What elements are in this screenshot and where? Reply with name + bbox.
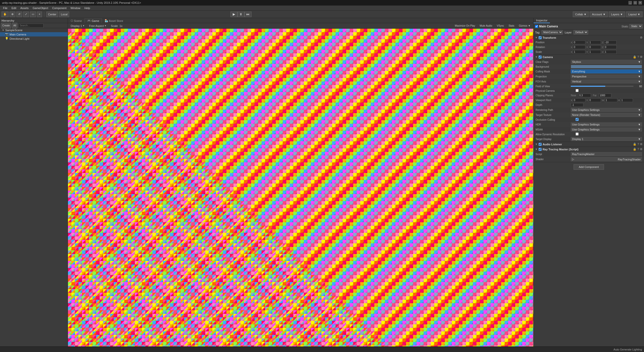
- toolbar-hand-tool[interactable]: ✋: [2, 12, 9, 17]
- static-dropdown[interactable]: Static: [629, 24, 642, 28]
- transform-settings-icon[interactable]: ⚙: [640, 36, 642, 39]
- shader-object[interactable]: ▷ RayTracingShader: [571, 157, 642, 161]
- targetdisplay-dropdown[interactable]: Display 1 ▼: [571, 137, 642, 141]
- close-button[interactable]: ×: [638, 1, 642, 5]
- tab-scene[interactable]: ⬡ Scene: [68, 18, 85, 23]
- hierarchy-item-maincamera[interactable]: 📷 Main Camera: [0, 32, 68, 36]
- renderpath-dropdown[interactable]: Use Graphics Settings ▼: [571, 108, 642, 112]
- targettexture-dropdown[interactable]: None (Render Texture) ▼: [571, 113, 642, 117]
- hierarchy-item-directionallight[interactable]: 💡 Directional Light: [0, 36, 68, 41]
- audio-settings-icon[interactable]: ⚙: [640, 143, 642, 146]
- hdr-dropdown[interactable]: Use Graphics Settings ▼: [571, 122, 642, 126]
- menu-component[interactable]: Component: [50, 6, 68, 10]
- raytracing-enable[interactable]: [539, 148, 542, 151]
- clearflags-dropdown[interactable]: Skybox ▼: [571, 60, 642, 64]
- display-selector[interactable]: Display 1 ▼: [69, 24, 86, 28]
- menu-window[interactable]: Window: [68, 6, 82, 10]
- far-input[interactable]: [599, 94, 611, 97]
- layout-button[interactable]: Layout ▼: [626, 12, 642, 17]
- titlebar-controls[interactable]: _ □ ×: [628, 1, 642, 5]
- depth-input[interactable]: [571, 103, 583, 107]
- raytracing-settings-icon[interactable]: ⚙: [640, 148, 642, 151]
- tab-game[interactable]: 🎮 Game: [85, 18, 102, 23]
- scene-icon: ⬡: [71, 19, 73, 22]
- script-object[interactable]: RayTracingMaster: [571, 152, 642, 156]
- position-z-input[interactable]: [604, 40, 617, 44]
- physical-checkbox[interactable]: [571, 89, 583, 92]
- rotation-x-input[interactable]: [573, 45, 585, 49]
- maximize-button[interactable]: □: [633, 1, 637, 5]
- tab-inspector[interactable]: Inspector: [534, 18, 550, 23]
- component-camera-header[interactable]: ▼ Camera 🔒 ? ⚙: [534, 55, 644, 59]
- toolbar-rect-tool[interactable]: ▭: [30, 12, 36, 17]
- gizmos-btn[interactable]: Gizmos ▼: [517, 24, 532, 28]
- layers-button[interactable]: Layers ▼: [609, 12, 625, 17]
- object-enable-checkbox[interactable]: [535, 25, 538, 28]
- component-raytracing-header[interactable]: ▼ Ray Tracing Master (Script) 🔒 ? ⚙: [534, 147, 644, 152]
- scale-control[interactable]: Scale 1x: [109, 24, 124, 28]
- aspect-selector[interactable]: Free Aspect ▼: [87, 24, 108, 28]
- toolbar-scale-tool[interactable]: ⤢: [23, 12, 29, 17]
- fov-slider[interactable]: [571, 86, 633, 87]
- background-color-swatch[interactable]: [571, 65, 642, 68]
- vsync-btn[interactable]: VSync: [495, 24, 506, 28]
- audio-enable[interactable]: [539, 143, 542, 146]
- play-button[interactable]: ▶: [230, 12, 237, 17]
- rotation-z-input[interactable]: [604, 45, 617, 49]
- account-button[interactable]: Account ▼: [590, 12, 608, 17]
- toolbar-rotate-tool[interactable]: ↺: [16, 12, 22, 17]
- toolbar-pivot-center[interactable]: Center: [46, 12, 58, 17]
- component-transform-header[interactable]: ▼ Transform ⚙: [534, 35, 644, 40]
- scale-y-input[interactable]: [588, 50, 601, 54]
- vp-w-input[interactable]: [605, 98, 617, 102]
- hierarchy-all-btn[interactable]: All: [12, 23, 17, 28]
- stats-btn[interactable]: Stats: [507, 24, 516, 28]
- toolbar-move-tool[interactable]: ⊕: [10, 12, 15, 17]
- minimize-button[interactable]: _: [628, 1, 632, 5]
- cullingmask-dropdown[interactable]: Everything ▼: [571, 69, 642, 73]
- menu-assets[interactable]: Assets: [18, 6, 31, 10]
- collab-button[interactable]: Collab ▼: [573, 12, 589, 17]
- add-component-button[interactable]: Add Component: [574, 164, 604, 170]
- camera-lock-icon[interactable]: 🔒: [633, 55, 636, 59]
- tag-selector[interactable]: MainCamera: [542, 30, 563, 34]
- menu-help[interactable]: Help: [82, 6, 92, 10]
- hierarchy-item-samplescene[interactable]: ▼ SampleScene: [0, 28, 68, 32]
- camera-help-icon[interactable]: ?: [637, 55, 639, 59]
- dynamicres-checkbox[interactable]: [571, 133, 583, 136]
- maximize-on-play-btn[interactable]: Maximize On Play: [453, 24, 477, 28]
- component-audiolistener-header[interactable]: ▼ Audio Listener 🔒 ? ⚙: [534, 142, 644, 147]
- vp-x-input[interactable]: [573, 98, 585, 102]
- audio-help-icon[interactable]: ?: [637, 143, 639, 146]
- tab-asset-store[interactable]: 🏪 Asset Store: [102, 18, 126, 23]
- occlusionculling-checkbox[interactable]: [571, 118, 583, 121]
- toolbar-transform-tool[interactable]: ⌖: [37, 12, 42, 17]
- scale-x-input[interactable]: [573, 50, 585, 54]
- hierarchy-search[interactable]: [18, 24, 44, 28]
- mute-audio-btn[interactable]: Mute Audio: [478, 24, 494, 28]
- hierarchy-create-btn[interactable]: Create: [1, 23, 11, 28]
- raytracing-lock-icon[interactable]: 🔒: [633, 148, 636, 151]
- vp-h-input[interactable]: [620, 98, 633, 102]
- camera-settings-icon[interactable]: ⚙: [640, 55, 642, 59]
- step-button[interactable]: ⏭: [245, 12, 252, 17]
- vp-y-input[interactable]: [588, 98, 601, 102]
- toolbar-pivot-global[interactable]: Local: [59, 12, 69, 17]
- scale-z-input[interactable]: [604, 50, 617, 54]
- position-y-input[interactable]: [588, 40, 601, 44]
- pause-button[interactable]: ⏸: [237, 12, 245, 17]
- position-x-input[interactable]: [573, 40, 585, 44]
- menu-edit[interactable]: Edit: [10, 6, 18, 10]
- camera-enable[interactable]: [539, 56, 542, 59]
- rotation-y-input[interactable]: [588, 45, 601, 49]
- transform-enable[interactable]: [539, 36, 542, 39]
- projection-dropdown[interactable]: Perspective ▼: [571, 74, 642, 78]
- menu-file[interactable]: File: [1, 6, 10, 10]
- menu-gameobject[interactable]: GameObject: [31, 6, 50, 10]
- audio-lock-icon[interactable]: 🔒: [633, 143, 636, 146]
- layer-selector[interactable]: Default: [574, 30, 588, 34]
- raytracing-help-icon[interactable]: ?: [637, 148, 639, 151]
- msaa-dropdown[interactable]: Use Graphics Settings ▼: [571, 127, 642, 131]
- near-input[interactable]: [578, 94, 591, 97]
- fovaxis-dropdown[interactable]: Vertical ▼: [571, 79, 642, 83]
